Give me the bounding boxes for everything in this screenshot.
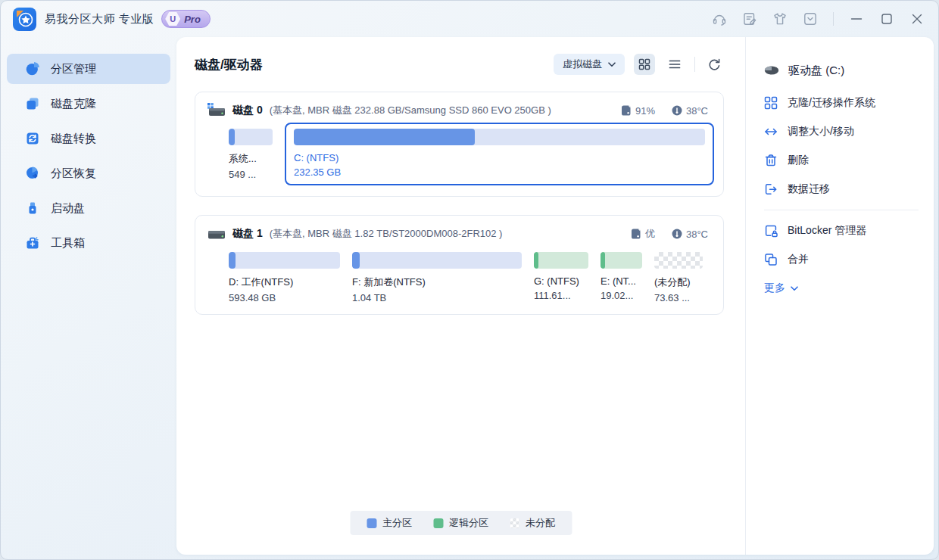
sidebar-item-disk-convert[interactable]: 磁盘转换 <box>7 123 170 154</box>
sidebar-item-partition-recovery[interactable]: 分区恢复 <box>7 158 170 188</box>
disk-0-header: 磁盘 0 (基本盘, MBR 磁盘 232.88 GB/Samsung SSD … <box>207 103 714 118</box>
drive-disk-icon <box>764 65 779 76</box>
partition-label: E: (NT... <box>601 275 642 287</box>
app-window: 易我分区大师 专业版 U Pro <box>0 0 939 560</box>
action-bitlocker-manager[interactable]: BitLocker 管理器 <box>764 216 919 245</box>
more-label: 更多 <box>764 282 785 295</box>
view-controls: 虚拟磁盘 <box>554 54 724 75</box>
partition-size: 19.02... <box>601 290 642 301</box>
disk-name: 磁盘 0 <box>232 104 263 117</box>
support-headset-icon[interactable] <box>712 11 727 26</box>
pro-badge: U Pro <box>161 10 211 28</box>
partition-label: (未分配) <box>654 275 703 289</box>
partition-type-legend: 主分区 逻辑分区 未分配 <box>350 511 572 535</box>
legend-primary: 主分区 <box>367 516 412 530</box>
logical-partition-swatch <box>433 518 443 528</box>
controls-divider <box>694 57 695 72</box>
action-data-migration[interactable]: 数据迁移 <box>764 175 919 204</box>
merge-icon <box>764 253 778 266</box>
action-label: 合并 <box>788 253 809 266</box>
partition-bar <box>229 252 340 269</box>
partition-bar <box>654 252 703 269</box>
feedback-note-icon[interactable] <box>742 11 757 26</box>
action-clone-migrate-os[interactable]: 克隆/迁移操作系统 <box>764 89 919 117</box>
list-view-button[interactable] <box>664 54 685 75</box>
sidebar-item-bootable-disk[interactable]: 启动盘 <box>7 193 170 223</box>
pie-chart-icon <box>25 61 40 76</box>
action-label: 克隆/迁移操作系统 <box>788 96 875 110</box>
trash-icon <box>764 154 778 167</box>
partition-size: 1.04 TB <box>352 292 522 303</box>
pro-u-icon: U <box>165 12 180 26</box>
sidebar-item-disk-clone[interactable]: 磁盘克隆 <box>7 89 170 119</box>
actions-divider <box>764 210 919 210</box>
theme-tshirt-icon[interactable] <box>772 11 788 26</box>
app-title: 易我分区大师 专业版 <box>45 12 154 26</box>
disk-0-stats: 91% 38°C <box>621 105 708 117</box>
refresh-button[interactable] <box>704 54 724 74</box>
page-title: 磁盘/驱动器 <box>195 56 263 73</box>
thermometer-icon <box>672 105 682 116</box>
maximize-button[interactable] <box>879 11 894 26</box>
sidebar-item-toolbox[interactable]: 工具箱 <box>7 228 170 258</box>
partition-system-reserved[interactable]: 系统... 549 ... <box>229 129 273 185</box>
action-label: 调整大小/移动 <box>788 125 854 138</box>
disk-health-icon <box>621 105 632 116</box>
app-logo-icon <box>13 8 36 31</box>
partition-c-selected[interactable]: C: (NTFS) 232.35 GB <box>285 123 714 185</box>
partition-g[interactable]: G: (NTFS) 111.61... <box>534 252 588 303</box>
disk-temperature-value: 38°C <box>686 229 708 240</box>
disk-details: (基本盘, MBR 磁盘 232.88 GB/Samsung SSD 860 E… <box>270 104 551 117</box>
disk-convert-icon <box>25 131 40 146</box>
partition-recovery-icon <box>25 166 40 181</box>
disk-temperature-stat: 38°C <box>672 105 708 117</box>
chevron-down-icon <box>608 62 616 67</box>
close-button[interactable] <box>909 11 925 26</box>
content-panel: 磁盘/驱动器 虚拟磁盘 <box>176 37 934 555</box>
legend-label: 主分区 <box>382 516 412 530</box>
sidebar-item-label: 磁盘克隆 <box>51 97 96 111</box>
action-merge[interactable]: 合并 <box>764 245 919 274</box>
sidebar: 分区管理 磁盘克隆 磁盘转换 分区恢复 启动盘 <box>1 37 176 559</box>
disk-health-stat: 91% <box>621 105 655 117</box>
main-header: 磁盘/驱动器 虚拟磁盘 <box>195 37 724 92</box>
disk-1-header: 磁盘 1 (基本盘, MBR 磁盘 1.82 TB/ST2000DM008-2F… <box>207 226 714 241</box>
toolbox-icon <box>25 235 40 250</box>
sidebar-item-label: 启动盘 <box>51 201 85 216</box>
action-resize-move[interactable]: 调整大小/移动 <box>764 117 919 146</box>
disk-card-0[interactable]: 磁盘 0 (基本盘, MBR 磁盘 232.88 GB/Samsung SSD … <box>195 92 724 197</box>
partition-size: 549 ... <box>229 169 273 180</box>
partition-f[interactable]: F: 新加卷(NTFS) 1.04 TB <box>352 252 522 303</box>
minimize-button[interactable] <box>849 11 864 26</box>
action-delete[interactable]: 删除 <box>764 146 919 175</box>
partition-bar <box>601 252 642 269</box>
partition-e[interactable]: E: (NT... 19.02... <box>601 252 642 303</box>
more-actions-link[interactable]: 更多 <box>764 274 919 303</box>
partition-bar <box>534 252 588 269</box>
legend-label: 未分配 <box>526 516 555 530</box>
partition-d[interactable]: D: 工作(NTFS) 593.48 GB <box>229 252 340 303</box>
virtual-disk-dropdown-label: 虚拟磁盘 <box>563 58 602 71</box>
disk-details: (基本盘, MBR 磁盘 1.82 TB/ST2000DM008-2FR102 … <box>270 227 503 241</box>
partition-unallocated[interactable]: (未分配) 73.63 ... <box>654 252 703 303</box>
resize-move-icon <box>764 125 778 138</box>
menu-dropdown-icon[interactable] <box>803 11 818 26</box>
usb-drive-icon <box>25 201 40 216</box>
disk-temperature-value: 38°C <box>686 105 708 117</box>
virtual-disk-dropdown[interactable]: 虚拟磁盘 <box>554 54 625 75</box>
partition-bar <box>294 129 705 145</box>
grid-view-button[interactable] <box>634 54 655 75</box>
sidebar-item-partition-manage[interactable]: 分区管理 <box>7 54 170 84</box>
partition-bar <box>352 252 522 269</box>
disk-card-1[interactable]: 磁盘 1 (基本盘, MBR 磁盘 1.82 TB/ST2000DM008-2F… <box>195 215 724 315</box>
pro-badge-label: Pro <box>184 14 201 25</box>
legend-unallocated: 未分配 <box>510 516 555 530</box>
hdd-drive-icon <box>207 226 226 241</box>
disk-1-partitions: D: 工作(NTFS) 593.48 GB F: 新加卷(NTFS) 1.04 … <box>207 241 714 303</box>
disk-1-stats: 优 38°C <box>631 227 708 241</box>
refresh-icon <box>707 58 721 71</box>
disk-clone-icon <box>25 96 40 111</box>
action-label: BitLocker 管理器 <box>788 224 866 238</box>
ssd-drive-icon <box>207 103 226 118</box>
disk-health-value: 91% <box>635 105 655 117</box>
